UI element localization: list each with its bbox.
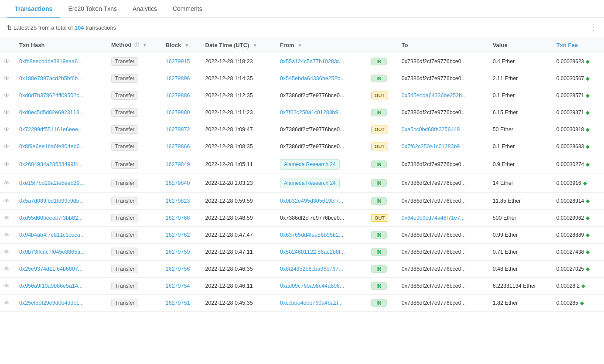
block-link[interactable]: 16279754	[166, 283, 190, 289]
block-link[interactable]: 16279768	[166, 215, 190, 221]
txn-hash-link[interactable]: 0x72299df551161e6eee...	[19, 126, 82, 133]
eye-icon[interactable]: 👁	[3, 92, 10, 99]
block-link[interactable]: 16279756	[166, 266, 190, 272]
to-address: 0x7386df2cf7e9776bce0...	[402, 161, 466, 167]
block-link[interactable]: 16279823	[166, 198, 190, 204]
tab-analytics[interactable]: Analytics	[125, 0, 165, 18]
txn-hash-link[interactable]: 0x956a9f10a9b86e5a14...	[19, 283, 82, 289]
datetime-filter-icon[interactable]: ▼	[253, 43, 257, 48]
from-address-link[interactable]: 0x0b32e495d305619bf7...	[280, 198, 343, 204]
direction-badge: IN	[371, 160, 387, 168]
block-link[interactable]: 16279866	[166, 143, 190, 150]
txn-hash-link[interactable]: 0xe15f7bd29a2fe5eeb29...	[19, 180, 84, 186]
eth-icon: ◆	[586, 92, 590, 99]
tab-comments[interactable]: Comments	[165, 0, 210, 18]
eye-icon[interactable]: 👁	[3, 197, 10, 204]
block-link[interactable]: 16279880	[166, 109, 190, 116]
to-address-link[interactable]: 0x64e9b9cd74a46f71e7...	[402, 215, 465, 221]
toolbar-suffix: transactions	[85, 24, 116, 31]
txn-hash-link[interactable]: 0xd0ec5d5d82e6923113...	[19, 109, 84, 116]
fee-value: 0.00028914	[556, 198, 584, 204]
eth-icon: ◆	[586, 143, 590, 150]
toolbar-options-button[interactable]: ⋮	[589, 23, 597, 32]
tab-bar: TransactionsErc20 Token TxnsAnalyticsCom…	[0, 0, 604, 18]
eye-icon[interactable]: 👁	[3, 248, 10, 255]
from-address-link[interactable]: 0x63765dd4faa56b95b2...	[280, 232, 343, 238]
tabs-container: TransactionsErc20 Token TxnsAnalyticsCom…	[0, 0, 604, 18]
from-filter-icon[interactable]: ▼	[297, 43, 302, 48]
txn-hash-link[interactable]: 0x2604934a28533499f4...	[19, 161, 82, 167]
tab-erc20[interactable]: Erc20 Token Txns	[60, 0, 125, 18]
to-address-link[interactable]: 0x545ebda64336be252b...	[402, 92, 467, 99]
block-filter-icon[interactable]: ▼	[184, 43, 189, 48]
txn-hash-link[interactable]: 0x5a7d089fbd1fd99c9db...	[19, 198, 84, 204]
txn-hash-link[interactable]: 0xfb8eecbdbe3819eaa6...	[19, 58, 82, 65]
fee-cell: 0.00027438◆	[553, 244, 604, 261]
from-address-link[interactable]: 0x545ebda64336be252b...	[280, 75, 345, 82]
value-cell: 14 Ether	[489, 174, 553, 193]
txn-hash-link[interactable]: 0xd0d7b378624ff09502c...	[19, 92, 84, 99]
eye-icon[interactable]: 👁	[3, 299, 10, 306]
eth-icon: ◆	[586, 249, 590, 255]
direction-badge: IN	[371, 265, 387, 273]
datetime-cell: 2022-12-28 1:05:11	[202, 155, 277, 174]
eye-icon[interactable]: 👁	[3, 109, 10, 116]
eye-icon[interactable]: 👁	[3, 214, 10, 221]
col-eye	[0, 37, 16, 53]
eye-icon[interactable]: 👁	[3, 231, 10, 238]
tab-transactions[interactable]: Transactions	[7, 0, 60, 18]
from-address-link[interactable]: 0x5024681122 86ae288f...	[280, 249, 345, 255]
from-address-link[interactable]: 0xad09c760a98c44a806...	[280, 283, 344, 289]
block-link[interactable]: 16279896	[166, 75, 190, 82]
value-cell: 0.4 Ether	[489, 53, 553, 70]
block-link[interactable]: 16279751	[166, 300, 190, 306]
toolbar: ⇅ Latest 25 from a total of 104 transact…	[0, 18, 604, 37]
from-label-badge[interactable]: Alameda Research 24	[280, 159, 340, 170]
eye-icon[interactable]: 👁	[3, 75, 10, 82]
from-address: 0x7386df2cf7e9776bce0...	[280, 92, 344, 99]
txn-hash-link[interactable]: 0x25e9374d11f64b6807...	[19, 266, 82, 272]
eye-icon[interactable]: 👁	[3, 143, 10, 150]
eye-icon[interactable]: 👁	[3, 180, 10, 187]
block-link[interactable]: 16279840	[166, 180, 190, 186]
fee-value: 0.00028633	[556, 143, 584, 150]
eye-icon[interactable]: 👁	[3, 161, 10, 168]
to-address-link[interactable]: 0x7f62c250a1c01283b9...	[402, 143, 464, 150]
block-link[interactable]: 16279849	[166, 161, 190, 167]
txn-hash-link[interactable]: 0xd55d60beeab7f3bb82...	[19, 215, 82, 221]
eye-icon[interactable]: 👁	[3, 282, 10, 289]
direction-badge: IN	[371, 179, 387, 187]
txn-hash-link[interactable]: 0x188e7897acd2b5bf6b...	[19, 75, 82, 82]
txn-hash-link[interactable]: 0x25efddf29e9d0e4ddc1...	[19, 300, 84, 306]
datetime-cell: 2022-12-28 1:03:23	[202, 174, 277, 193]
to-address: 0x7386df2cf7e9776bce0...	[402, 75, 466, 82]
to-address-link[interactable]: 0xe5cc0bd68fe3256449...	[402, 126, 464, 133]
to-address: 0x7386df2cf7e9776bce0...	[402, 198, 466, 204]
method-badge: Transfer	[111, 57, 138, 66]
eth-icon: ◆	[581, 283, 585, 289]
from-label-badge[interactable]: Alameda Research 24	[280, 178, 340, 188]
eye-icon[interactable]: 👁	[3, 265, 10, 272]
value-cell: 2.11 Ether	[489, 70, 553, 87]
from-address-link[interactable]: 0x7f62c250a1c01283b9...	[280, 109, 343, 116]
block-link[interactable]: 16279886	[166, 92, 190, 99]
col-from: From ▼	[276, 37, 368, 53]
txn-hash-link[interactable]: 0x9b73ffcdc7f045e8865a...	[19, 249, 85, 255]
eye-icon[interactable]: 👁	[3, 58, 10, 65]
fee-value: 0.00027025	[556, 266, 584, 272]
from-address: 0x7386df2cf7e9776bce0...	[280, 126, 344, 133]
txn-hash-link[interactable]: 0x94b4ab4f7e811c1ceca...	[19, 232, 85, 238]
datetime-cell: 2022-12-28 0:47:47	[202, 227, 277, 244]
table-row: 👁0xd55d60beeab7f3bb82...Transfer16279768…	[0, 210, 604, 227]
from-address-link[interactable]: 0xccbbe4ebe790a4ba2f...	[280, 300, 343, 306]
txn-hash-link[interactable]: 0x8f9e6ee1ba6fe804eb6...	[19, 143, 84, 150]
block-link[interactable]: 16279759	[166, 249, 190, 255]
from-address-link[interactable]: 0x8f24352b8cba96b767...	[280, 266, 343, 272]
block-link[interactable]: 16279762	[166, 232, 190, 238]
block-link[interactable]: 16279915	[166, 58, 190, 65]
from-address-link[interactable]: 0x55a124c5a77b10283c...	[280, 58, 344, 65]
block-link[interactable]: 16279872	[166, 126, 190, 133]
method-filter-icon[interactable]: ▼	[143, 42, 147, 48]
eye-icon[interactable]: 👁	[3, 126, 10, 133]
direction-badge: OUT	[371, 214, 388, 222]
